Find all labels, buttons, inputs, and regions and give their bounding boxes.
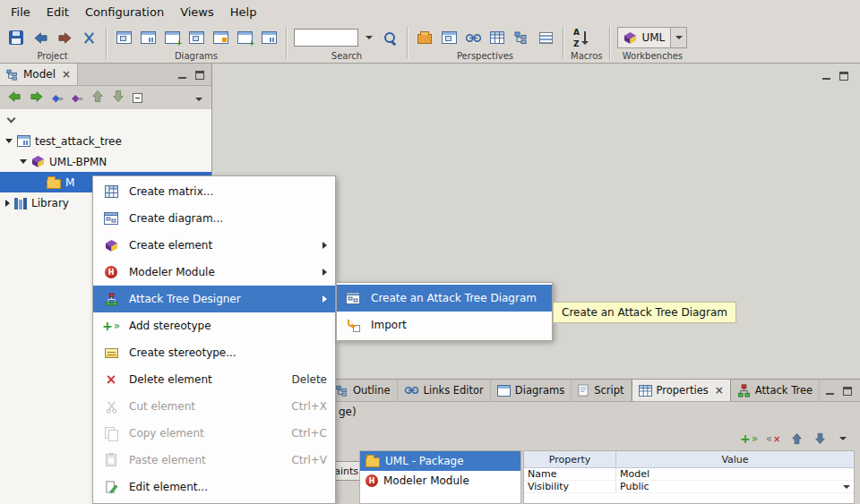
toolbar-label-macros: Macros: [571, 49, 602, 61]
maximize-icon[interactable]: [843, 387, 852, 396]
nav-back-button[interactable]: [7, 90, 22, 106]
diagram-button-5[interactable]: [211, 28, 230, 47]
perspective-package-button[interactable]: [415, 28, 434, 47]
tab-properties[interactable]: Properties ×: [632, 380, 731, 401]
move-down-button[interactable]: [112, 90, 125, 106]
add-stereotype-button[interactable]: [740, 431, 758, 447]
down-arrow-icon: [814, 432, 826, 445]
tree-item-uml-bpmn[interactable]: UML-BPMN: [0, 151, 211, 172]
chevron-down-icon[interactable]: [843, 485, 850, 489]
diagram-button-1[interactable]: [114, 28, 133, 47]
context-item-modeler-module[interactable]: Modeler Module: [93, 259, 335, 286]
context-item-add-stereotype[interactable]: Add stereotype: [93, 312, 335, 339]
tab-label: Attack Tree: [755, 384, 813, 397]
remove-stereotype-button[interactable]: «: [765, 431, 781, 447]
tab-links-editor[interactable]: Links Editor: [398, 380, 491, 401]
context-item-clipped[interactable]: [93, 500, 335, 504]
workbench-dropdown-button[interactable]: [671, 27, 687, 48]
toolbar-group-search: Search: [288, 23, 406, 63]
filter-expand-button[interactable]: [0, 109, 211, 131]
element-item-uml-package[interactable]: UML - Package: [360, 451, 520, 471]
element-item-modeler-module[interactable]: Modeler Module: [360, 471, 520, 491]
tab-close-icon[interactable]: ×: [713, 385, 724, 396]
diagram-icon-6: [237, 31, 253, 44]
tool-x-button[interactable]: [79, 28, 99, 47]
tree-item-test-attack-tree[interactable]: test_attack_tree: [0, 131, 211, 151]
perspective-hierarchy-button[interactable]: [512, 28, 531, 47]
stereotype-icon: [105, 348, 118, 358]
menu-views[interactable]: Views: [172, 2, 222, 22]
diagram-button-3[interactable]: [162, 28, 182, 47]
context-item-create-matrix[interactable]: Create matrix...: [93, 178, 335, 205]
clipped-tab[interactable]: aints: [335, 461, 362, 481]
context-item-create-diagram[interactable]: Create diagram...: [93, 205, 335, 232]
move-up-button[interactable]: [788, 431, 804, 447]
maximize-icon[interactable]: [195, 71, 204, 80]
maximize-icon[interactable]: [839, 72, 848, 81]
menu-help[interactable]: Help: [222, 2, 265, 22]
properties-menu-button[interactable]: [835, 431, 851, 447]
minimize-icon[interactable]: [821, 72, 831, 81]
value-cell[interactable]: Model: [616, 468, 854, 480]
perspective-table-button[interactable]: [487, 28, 507, 47]
menu-edit[interactable]: Edit: [39, 2, 77, 22]
tab-outline[interactable]: Outline: [330, 380, 398, 401]
perspective-links-button[interactable]: [463, 28, 483, 47]
expander-closed-icon[interactable]: [5, 200, 10, 207]
back-button[interactable]: [30, 28, 50, 47]
table-icon: [490, 31, 504, 44]
diagram-button-7[interactable]: [259, 28, 279, 47]
perspective-layout-button[interactable]: [439, 28, 459, 47]
context-item-create-stereotype[interactable]: Create stereotype...: [93, 339, 335, 366]
context-item-cut-element[interactable]: Cut element Ctrl+X: [93, 393, 335, 420]
diagram-button-6[interactable]: [235, 28, 254, 47]
modeler-module-icon: [366, 474, 378, 487]
move-up-button[interactable]: [91, 90, 104, 106]
context-item-paste-element[interactable]: Paste element Ctrl+V: [93, 447, 335, 474]
save-button[interactable]: [6, 28, 26, 47]
minimize-icon[interactable]: [825, 387, 835, 396]
paste-icon: [106, 454, 116, 466]
perspective-window-button[interactable]: [536, 28, 555, 47]
context-item-attack-tree-designer[interactable]: Attack Tree Designer: [93, 286, 335, 312]
nav-diamond-purple-button[interactable]: ◆: [72, 93, 83, 103]
table-row-visibility[interactable]: Visibility Public: [524, 481, 854, 493]
tab-model[interactable]: Model ×: [0, 64, 78, 85]
view-menu-button[interactable]: [195, 91, 202, 104]
context-item-create-element[interactable]: Create element: [93, 232, 335, 259]
context-item-delete-element[interactable]: × Delete element Delete: [93, 366, 335, 393]
context-item-copy-element[interactable]: Copy element Ctrl+C: [93, 420, 335, 447]
value-cell[interactable]: Public: [616, 481, 854, 492]
move-down-button[interactable]: [812, 431, 828, 447]
diagram-button-2[interactable]: [138, 28, 158, 47]
menu-file[interactable]: File: [3, 2, 39, 22]
tab-attack-tree[interactable]: Attack Tree: [731, 380, 820, 401]
tab-close-icon[interactable]: ×: [60, 69, 71, 80]
diagram-button-4[interactable]: [186, 28, 206, 47]
search-button[interactable]: [380, 28, 400, 47]
tab-label: Links Editor: [424, 384, 484, 397]
table-row-name[interactable]: Name Model: [524, 468, 854, 481]
tab-diagrams[interactable]: Diagrams: [491, 380, 572, 401]
tab-script[interactable]: Script: [572, 380, 631, 401]
delete-icon: ×: [106, 373, 117, 387]
expander-open-icon[interactable]: [20, 159, 27, 164]
nav-forward-button[interactable]: [30, 90, 44, 106]
submenu-item-import[interactable]: Import: [337, 312, 552, 338]
menu-configuration[interactable]: Configuration: [77, 2, 172, 22]
nav-diamond-blue-button[interactable]: ◆: [52, 93, 64, 103]
submenu-item-create-attack-tree-diagram[interactable]: Create an Attack Tree Diagram: [337, 285, 552, 312]
search-dropdown-button[interactable]: [363, 28, 375, 47]
expander-open-icon[interactable]: [5, 139, 13, 143]
search-icon: [383, 30, 398, 46]
workbench-selector[interactable]: UML: [617, 27, 671, 48]
column-header-property[interactable]: Property: [524, 451, 616, 467]
context-item-edit-element[interactable]: Edit element...: [93, 474, 335, 500]
collapse-all-button[interactable]: [133, 93, 142, 103]
macros-sort-button[interactable]: A Z: [571, 28, 590, 47]
minimize-icon[interactable]: [177, 71, 187, 80]
column-header-value[interactable]: Value: [616, 451, 854, 467]
search-input[interactable]: [294, 29, 358, 47]
save-icon: [9, 30, 23, 45]
forward-button[interactable]: [55, 28, 74, 47]
